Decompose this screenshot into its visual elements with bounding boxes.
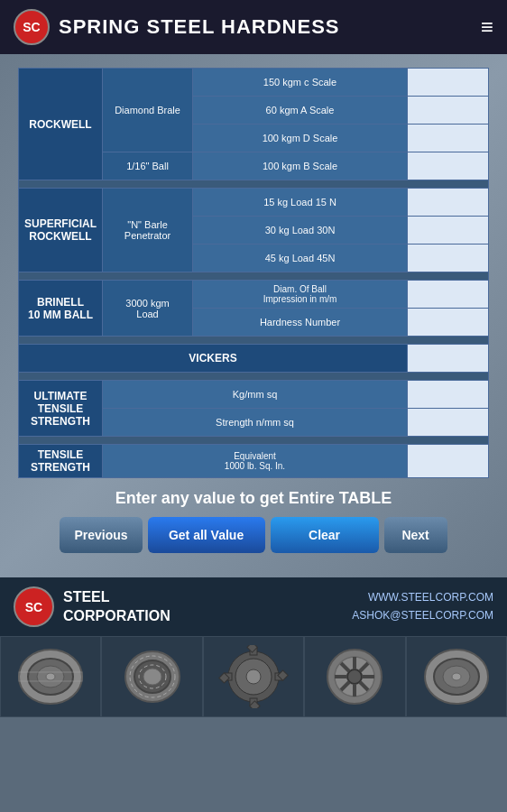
rockwell-header: ROCKWELL	[19, 69, 103, 180]
table-row: SUPERFICIALROCKWELL "N" BarlePenetrator …	[19, 189, 489, 217]
brinell-hardness-input[interactable]	[413, 312, 483, 332]
svg-point-23	[347, 669, 362, 684]
table-row: VICKERS	[19, 345, 489, 373]
next-button[interactable]: Next	[384, 517, 447, 553]
scale-label: Equivalent1000 lb. Sq. In.	[103, 445, 408, 478]
bottom-image-5	[406, 636, 507, 717]
rockwell-60a-input[interactable]	[413, 100, 483, 120]
scale-label: Diam. Of BallImpression in m/m	[193, 281, 408, 309]
rockwell-100b-input[interactable]	[413, 156, 483, 176]
scale-label: 150 kgm c Scale	[193, 69, 408, 97]
vickers-input[interactable]	[413, 348, 483, 368]
buttons-row: Previous Get all Value Clear Next	[18, 517, 489, 553]
divider-row	[19, 337, 489, 345]
rockwell-100d-input[interactable]	[413, 128, 483, 148]
footer: SC STEEL CORPORATION WWW.STEELCORP.COM A…	[0, 577, 507, 636]
scale-label: 45 kg Load 45N	[193, 245, 408, 272]
divider-row	[19, 373, 489, 381]
uts-nmm-input[interactable]	[413, 412, 483, 432]
input-cell	[408, 152, 489, 180]
header-brand: SC SPRING STEEL HARDNESS	[14, 9, 340, 45]
svg-point-12	[246, 669, 261, 684]
n-barle-label: "N" BarlePenetrator	[103, 189, 193, 272]
main-content: ROCKWELL Diamond Brale 150 kgm c Scale 6…	[0, 54, 507, 577]
menu-icon[interactable]: ≡	[481, 14, 493, 40]
scale-label: 100 kgm B Scale	[193, 152, 408, 180]
footer-contact: WWW.STEELCORP.COM ASHOK@STEELCORP.COM	[352, 589, 493, 623]
footer-email: ASHOK@STEELCORP.COM	[352, 607, 493, 624]
app-title: SPRING STEEL HARDNESS	[59, 15, 340, 39]
scale-label: Kg/mm sq	[103, 381, 408, 409]
input-cell	[408, 309, 489, 337]
input-cell	[408, 245, 489, 272]
scale-label: 30 kg Load 30N	[193, 217, 408, 245]
table-row: TENSILESTRENGTH Equivalent1000 lb. Sq. I…	[19, 445, 489, 478]
scale-label: Strength n/mm sq	[103, 409, 408, 437]
instruction-text: Enter any value to get Entire TABLE	[18, 489, 489, 508]
vickers-header: VICKERS	[19, 345, 408, 373]
clear-button[interactable]: Clear	[271, 517, 379, 553]
bottom-image-1	[0, 636, 101, 717]
input-cell	[408, 345, 489, 373]
divider-row	[19, 272, 489, 281]
footer-company-name: STEEL CORPORATION	[63, 588, 171, 626]
bottom-images-row	[0, 636, 507, 717]
bottom-image-4	[304, 636, 405, 717]
bottom-image-2	[101, 636, 202, 717]
header-logo: SC	[14, 9, 50, 45]
input-cell	[408, 217, 489, 245]
uts-header: ULTIMATETENSILESTRENGTH	[19, 381, 103, 437]
scale-label: 15 kg Load 15 N	[193, 189, 408, 217]
footer-brand: SC STEEL CORPORATION	[14, 586, 171, 627]
input-cell	[408, 69, 489, 97]
uts-kg-input[interactable]	[413, 384, 483, 404]
input-cell	[408, 281, 489, 309]
superficial-30n-input[interactable]	[413, 220, 483, 240]
svg-point-3	[46, 673, 55, 680]
ball-label: 1/16" Ball	[103, 152, 193, 180]
divider-row	[19, 437, 489, 445]
ts-input[interactable]	[413, 451, 483, 471]
superficial-rockwell-header: SUPERFICIALROCKWELL	[19, 189, 103, 272]
brinell-load-label: 3000 kgmLoad	[103, 281, 193, 337]
brinell-diam-input[interactable]	[413, 284, 483, 304]
scale-label: Hardness Number	[193, 309, 408, 337]
table-row: BRINELL10 mm Ball 3000 kgmLoad Diam. Of …	[19, 281, 489, 309]
input-cell	[408, 189, 489, 217]
scale-label: 60 kgm A Scale	[193, 97, 408, 125]
footer-logo: SC	[14, 586, 54, 627]
input-cell	[408, 97, 489, 125]
superficial-15n-input[interactable]	[413, 192, 483, 212]
table-row: ROCKWELL Diamond Brale 150 kgm c Scale	[19, 69, 489, 97]
footer-name-line1: STEEL	[63, 588, 171, 607]
divider-row	[19, 180, 489, 189]
brinell-header: BRINELL10 mm Ball	[19, 281, 103, 337]
footer-name-line2: CORPORATION	[63, 607, 171, 626]
scale-label: 100 kgm D Scale	[193, 125, 408, 152]
previous-button[interactable]: Previous	[60, 517, 142, 553]
hardness-table: ROCKWELL Diamond Brale 150 kgm c Scale 6…	[18, 68, 489, 478]
input-cell	[408, 125, 489, 152]
input-cell	[408, 409, 489, 437]
svg-point-7	[143, 669, 161, 685]
get-all-value-button[interactable]: Get all Value	[148, 517, 265, 553]
input-cell	[408, 381, 489, 409]
ts-header: TENSILESTRENGTH	[19, 445, 103, 478]
superficial-45n-input[interactable]	[413, 248, 483, 268]
rockwell-150c-input[interactable]	[413, 72, 483, 92]
input-cell	[408, 445, 489, 478]
table-row: ULTIMATETENSILESTRENGTH Kg/mm sq	[19, 381, 489, 409]
app-header: SC SPRING STEEL HARDNESS ≡	[0, 0, 507, 54]
footer-website: WWW.STEELCORP.COM	[352, 589, 493, 606]
diamond-brale-label: Diamond Brale	[103, 69, 193, 152]
bottom-image-3	[203, 636, 304, 717]
svg-point-35	[452, 673, 461, 680]
